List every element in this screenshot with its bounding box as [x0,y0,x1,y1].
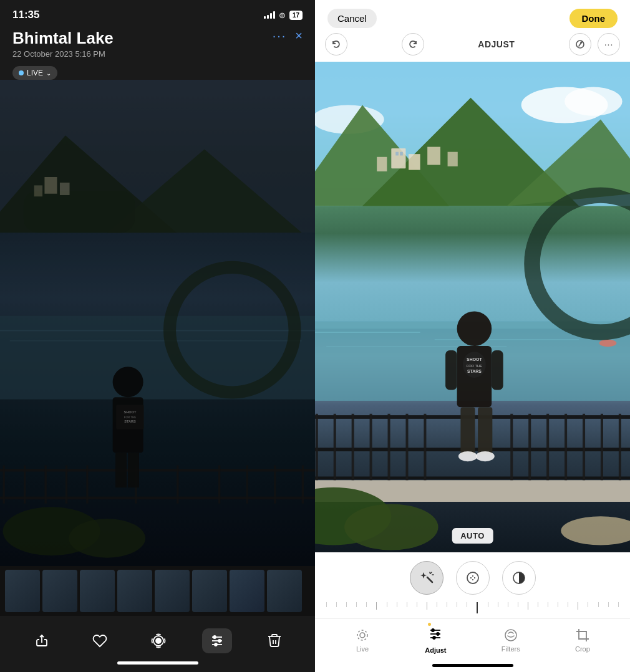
signal-icon [264,11,275,19]
svg-rect-82 [528,414,531,480]
tab-filters[interactable]: Filters [497,625,525,655]
svg-rect-75 [334,414,336,480]
svg-point-50 [565,87,623,116]
film-thumb[interactable] [117,570,152,612]
film-thumb[interactable] [42,570,77,612]
tab-crop-label: Crop [575,645,590,653]
svg-rect-74 [316,414,318,480]
tick [387,602,387,607]
left-toolbar [0,616,315,672]
svg-point-98 [458,451,477,461]
edit-toolbar: ADJUST ··· [315,33,630,62]
svg-rect-59 [427,147,440,165]
redo-button[interactable] [402,33,424,55]
svg-point-117 [357,630,367,640]
home-indicator [432,664,513,667]
tick [397,602,397,607]
crop-tab-icon [575,628,590,643]
photo-title: Bhimtal Lake [12,29,303,48]
svg-rect-81 [510,414,513,480]
tick [608,602,609,607]
magic-wand-button[interactable] [410,561,443,595]
svg-point-110 [467,572,478,583]
tab-adjust[interactable]: Adjust [420,624,451,656]
film-thumb[interactable] [267,570,302,612]
delete-button[interactable] [260,628,289,653]
right-photo-area: SHOOT FOR THE STARS AUTO [315,62,630,552]
tab-adjust-label: Adjust [425,646,446,654]
svg-point-105 [561,516,630,545]
svg-point-47 [581,42,582,43]
favorite-button[interactable] [85,628,115,653]
svg-line-106 [427,577,432,582]
svg-rect-101 [492,350,503,390]
slider-area[interactable] [315,600,630,618]
status-time: 11:35 [12,9,39,21]
svg-rect-97 [478,407,492,454]
tick [467,602,467,607]
active-tab-dot [428,623,431,626]
left-panel: 11:35 ⊜ 17 Bhimtal Lake 22 October 2023 … [0,0,315,672]
tick [346,602,347,607]
cancel-button[interactable]: Cancel [327,9,377,28]
svg-rect-62 [400,152,403,156]
live-photo-button[interactable] [143,628,174,654]
adjust-tab-icon [428,626,443,641]
tab-live-label: Live [356,645,369,653]
film-thumb[interactable] [80,570,115,612]
film-thumb[interactable] [155,570,190,612]
tick [538,602,538,607]
close-button[interactable]: × [295,29,303,43]
undo-button[interactable] [325,33,347,55]
contrast-button[interactable] [502,561,536,595]
tick [488,602,488,607]
left-photo-scene: SHOOT FOR THE STARS [0,80,315,566]
film-thumb[interactable] [230,570,264,612]
svg-point-121 [432,629,434,631]
svg-point-68 [599,340,617,347]
tick [558,602,558,607]
battery-indicator: 17 [289,11,303,20]
tab-crop[interactable]: Crop [570,625,595,655]
svg-rect-100 [445,350,457,390]
tick [437,602,437,607]
done-button[interactable]: Done [569,9,618,28]
photo-date: 22 October 2023 5:16 PM [12,49,303,59]
svg-rect-96 [460,407,475,454]
tick [356,602,357,607]
more-options-button[interactable]: ··· [598,33,620,55]
left-photo-area: SHOOT FOR THE STARS [0,80,315,566]
markup-button[interactable] [569,33,591,55]
tick [366,602,367,607]
adjust-button[interactable] [202,628,232,653]
svg-rect-60 [448,152,458,166]
filters-tab-icon [503,628,518,643]
svg-point-102 [532,195,630,332]
svg-rect-56 [391,148,405,168]
svg-rect-85 [583,414,585,480]
svg-rect-84 [565,414,567,480]
exposure-button[interactable] [456,561,490,595]
wifi-icon: ⊜ [279,11,286,20]
svg-text:STARS: STARS [467,369,482,373]
tick [326,602,327,607]
film-thumb[interactable] [5,570,40,612]
live-badge-label: LIVE [27,69,43,77]
live-badge[interactable]: LIVE ⌄ [12,66,57,80]
tab-live[interactable]: Live [350,625,375,655]
tick [548,602,548,607]
left-status-bar: 11:35 ⊜ 17 [0,0,315,25]
svg-point-122 [437,633,439,635]
svg-rect-58 [377,157,387,171]
svg-point-90 [457,311,492,346]
tick [407,602,407,607]
film-thumb[interactable] [192,570,227,612]
tick [508,602,508,607]
tick [528,602,528,610]
film-strip[interactable] [0,566,315,616]
adjust-label: ADJUST [478,39,515,49]
slider-track[interactable] [325,602,620,613]
share-button[interactable] [27,628,57,653]
svg-rect-77 [370,414,372,480]
more-options-button[interactable]: ··· [273,29,287,43]
